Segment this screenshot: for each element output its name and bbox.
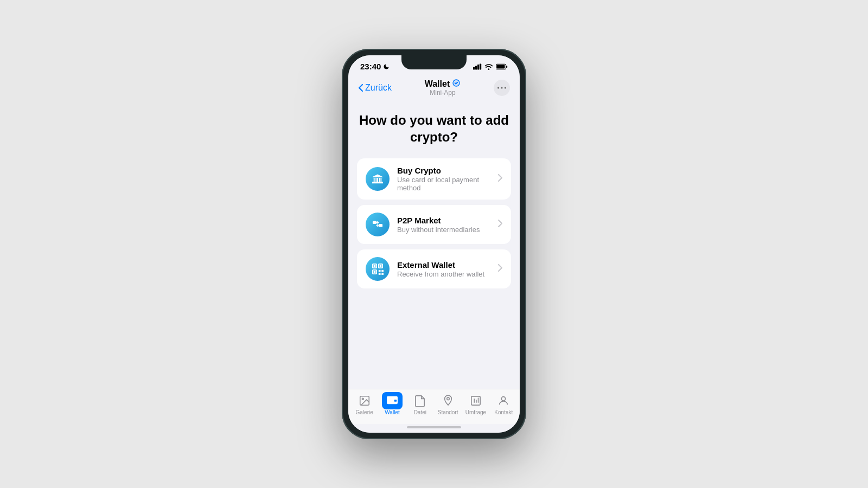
svg-rect-6 <box>496 65 505 68</box>
svg-rect-27 <box>379 273 381 275</box>
svg-rect-26 <box>381 270 384 272</box>
tab-kontakt[interactable]: Kontakt <box>490 394 518 415</box>
phone-screen: 23:40 <box>348 55 520 433</box>
svg-point-30 <box>362 398 363 400</box>
svg-rect-14 <box>379 178 380 182</box>
qr-icon <box>366 257 390 281</box>
nav-subtitle: Mini-App <box>425 89 461 97</box>
svg-rect-32 <box>394 400 397 402</box>
moon-icon <box>383 63 390 70</box>
svg-rect-18 <box>379 224 382 227</box>
p2p-icon <box>366 213 390 236</box>
svg-rect-28 <box>381 273 384 275</box>
svg-rect-12 <box>375 178 376 182</box>
svg-rect-0 <box>473 67 475 69</box>
svg-rect-5 <box>506 65 507 67</box>
buy-crypto-text: Buy Crypto Use card or local payment met… <box>397 166 490 192</box>
umfrage-icon <box>469 394 483 408</box>
p2p-market-option[interactable]: P2P Market Buy without intermediaries <box>357 205 511 244</box>
svg-point-33 <box>446 397 449 400</box>
verified-badge <box>452 79 461 89</box>
chevron-left-icon <box>358 84 363 92</box>
nav-center: Wallet Mini-App <box>425 79 461 97</box>
bank-icon <box>366 167 390 191</box>
tab-standort-label: Standort <box>438 409 458 415</box>
buy-crypto-option[interactable]: Buy Crypto Use card or local payment met… <box>357 158 511 200</box>
status-icons <box>473 63 508 70</box>
phone-frame: 23:40 <box>342 49 526 439</box>
more-button[interactable] <box>494 80 510 96</box>
back-label: Zurück <box>365 83 392 93</box>
tab-umfrage-label: Umfrage <box>465 409 486 415</box>
p2p-chevron <box>498 220 502 229</box>
external-wallet-chevron <box>498 264 502 274</box>
nav-bar: Zurück Wallet Mini-App <box>348 73 520 101</box>
svg-point-9 <box>501 87 502 88</box>
tab-bar: Galerie Wallet <box>348 389 520 424</box>
tab-galerie-label: Galerie <box>356 409 373 415</box>
svg-rect-25 <box>379 270 381 272</box>
home-indicator <box>348 424 520 433</box>
wifi-icon <box>484 63 493 70</box>
tab-galerie[interactable]: Galerie <box>350 394 378 415</box>
buy-crypto-title: Buy Crypto <box>397 166 490 175</box>
back-button[interactable]: Zurück <box>358 83 392 93</box>
svg-rect-16 <box>372 182 383 183</box>
buy-crypto-subtitle: Use card or local payment method <box>397 176 490 192</box>
tab-umfrage[interactable]: Umfrage <box>462 394 489 415</box>
svg-rect-3 <box>480 63 481 69</box>
p2p-title: P2P Market <box>397 216 490 225</box>
standort-icon <box>441 394 455 408</box>
svg-point-7 <box>453 79 460 86</box>
nav-title: Wallet <box>425 79 461 89</box>
svg-rect-24 <box>374 271 376 273</box>
svg-rect-34 <box>471 396 480 405</box>
svg-rect-13 <box>377 178 378 182</box>
external-wallet-title: External Wallet <box>397 260 490 269</box>
galerie-icon <box>358 394 372 408</box>
svg-rect-22 <box>380 265 382 267</box>
page-title: How do you want to add crypto? <box>357 112 511 145</box>
external-wallet-text: External Wallet Receive from another wal… <box>397 260 490 278</box>
svg-point-8 <box>497 87 499 88</box>
datei-icon <box>413 394 427 408</box>
wallet-icon <box>385 394 399 408</box>
svg-point-10 <box>505 87 506 88</box>
svg-rect-11 <box>374 178 375 182</box>
external-wallet-subtitle: Receive from another wallet <box>397 270 490 278</box>
external-wallet-option[interactable]: External Wallet Receive from another wal… <box>357 249 511 288</box>
home-bar <box>407 426 461 428</box>
svg-rect-17 <box>373 221 376 224</box>
svg-rect-15 <box>380 178 381 182</box>
tab-wallet[interactable]: Wallet <box>378 394 406 415</box>
svg-rect-2 <box>477 65 479 70</box>
tab-datei-label: Datei <box>414 409 426 415</box>
tab-datei[interactable]: Datei <box>406 394 434 415</box>
svg-rect-20 <box>374 265 376 267</box>
content-area: How do you want to add crypto? <box>348 101 520 389</box>
buy-crypto-chevron <box>498 174 502 184</box>
notch <box>401 55 467 69</box>
svg-point-38 <box>502 397 506 401</box>
status-time: 23:40 <box>360 62 381 71</box>
tab-kontakt-label: Kontakt <box>494 409 513 415</box>
tab-wallet-label: Wallet <box>385 409 399 415</box>
kontakt-icon <box>496 394 510 408</box>
p2p-text: P2P Market Buy without intermediaries <box>397 216 490 234</box>
signal-icon <box>473 63 482 70</box>
p2p-subtitle: Buy without intermediaries <box>397 226 490 234</box>
ellipsis-icon <box>497 87 506 89</box>
svg-rect-1 <box>475 66 477 69</box>
battery-icon <box>496 63 508 70</box>
tab-standort[interactable]: Standort <box>434 394 462 415</box>
